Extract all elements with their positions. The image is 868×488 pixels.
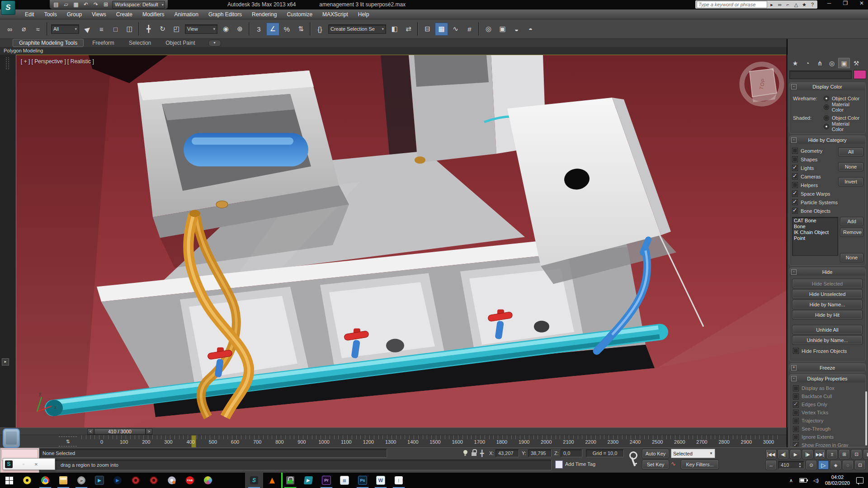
category-checkbox-helpers[interactable] <box>792 182 798 188</box>
file-explorer[interactable] <box>54 473 72 488</box>
play-selected-button[interactable]: ▷ <box>818 460 829 470</box>
isolate-selection-icon[interactable]: ⊞ <box>839 449 850 459</box>
hide-header[interactable]: - Hide <box>789 268 865 276</box>
hide-by-category-header[interactable]: - Hide by Category <box>789 136 865 144</box>
menu-customize[interactable]: Customize <box>282 9 317 19</box>
pan-view-icon[interactable]: ◈ <box>830 460 841 470</box>
download-manager[interactable] <box>281 473 299 488</box>
utilities-tab[interactable]: ⚒ <box>850 58 862 68</box>
ribbon-tab-object-paint[interactable]: Object Paint <box>160 39 201 47</box>
list-item[interactable]: Bone <box>794 224 836 230</box>
shaded-material-color-radio[interactable] <box>824 124 829 129</box>
orbit-view-icon[interactable]: ◌ <box>842 460 854 470</box>
word[interactable]: W <box>372 473 390 488</box>
select-and-rotate-icon[interactable]: ↻ <box>156 23 169 36</box>
go-to-start-button[interactable]: |◀◀ <box>765 449 777 459</box>
viewport-label[interactable]: [ + ] [ Perspective ] [ Realistic ] <box>21 58 94 65</box>
unlink-selection-icon[interactable]: ⌀ <box>17 23 30 36</box>
capture-app[interactable]: ▶ <box>299 473 317 488</box>
mini-curve-editor-button[interactable] <box>3 428 20 448</box>
collapse-icon[interactable]: - <box>791 376 797 381</box>
start-button[interactable] <box>0 473 18 488</box>
video-converter-app[interactable]: ▶ <box>90 473 108 488</box>
time-slider-value[interactable]: 410 / 3000 <box>94 428 146 435</box>
default-in-out-tangents-icon[interactable]: ∿ <box>671 460 676 467</box>
undo-icon[interactable]: ↶ <box>82 1 90 8</box>
named-selection-sets-dropdown[interactable]: Create Selection Se▾ <box>328 24 386 34</box>
expand-icon[interactable]: + <box>791 365 797 371</box>
shaded-object-color-radio[interactable] <box>824 115 829 121</box>
photoshop[interactable]: Ps <box>354 473 372 488</box>
coord-z-field[interactable]: 0,0 <box>561 449 582 457</box>
category-checkbox-cameras[interactable] <box>792 174 798 179</box>
align-icon[interactable]: ⇄ <box>402 23 415 36</box>
taskbar-clock[interactable]: 04:02 08/02/2020 <box>825 474 850 486</box>
bone-category-list[interactable]: CAT BoneBoneIK Chain ObjectPoint <box>792 217 838 256</box>
category-checkbox-shapes[interactable] <box>792 156 798 162</box>
maximize-viewport-toggle-icon[interactable]: ⊡ <box>854 460 866 470</box>
unhide-all-button[interactable]: Unhide All <box>792 325 863 334</box>
auto-key-button[interactable]: Auto Key <box>642 449 669 459</box>
snap-toggle-3d-icon[interactable]: 3 <box>252 23 265 36</box>
time-slider-grip[interactable]: < 410 / 3000 > <box>87 428 152 435</box>
previous-frame-button[interactable]: ◀| <box>778 449 789 459</box>
menu-tools[interactable]: Tools <box>39 9 62 19</box>
menu-maxscript[interactable]: MAXScript <box>317 9 353 19</box>
ribbon-tab-selection[interactable]: Selection <box>123 39 157 47</box>
key-mode-toggle-button[interactable]: ↔ <box>765 460 777 470</box>
perspective-viewport[interactable]: TOP x y [ + ] [ Perspective ] [ Realisti… <box>16 55 787 428</box>
workspace-dropdown[interactable]: Workspace: Default <box>112 1 165 9</box>
collapse-icon[interactable]: - <box>791 137 797 143</box>
time-configuration-icon[interactable]: ⊙ <box>806 460 817 470</box>
angle-snap-icon[interactable]: ∠ <box>266 23 279 36</box>
next-frame-button[interactable]: |▶ <box>802 449 813 459</box>
menu-create[interactable]: Create <box>111 9 137 19</box>
curve-editor-icon[interactable]: ∿ <box>449 23 462 36</box>
select-and-scale-icon[interactable]: ◰ <box>170 23 183 36</box>
list-item[interactable]: Point <box>794 235 836 241</box>
search-input[interactable] <box>697 1 767 8</box>
new-scene-icon[interactable]: ▤ <box>52 1 60 8</box>
vlc[interactable] <box>263 473 281 488</box>
burning-app-1[interactable] <box>127 473 145 488</box>
category-checkbox-geometry[interactable] <box>792 148 798 154</box>
coord-y-field[interactable]: 38,795 <box>528 449 552 457</box>
selection-set-dropdown[interactable]: Selected▼ <box>671 449 715 458</box>
object-name-field[interactable] <box>789 70 852 79</box>
select-and-move-icon[interactable]: ╋ <box>142 23 155 36</box>
media-ball-app[interactable] <box>199 473 217 488</box>
redo-icon[interactable]: ↷ <box>92 1 99 8</box>
menu-animation[interactable]: Animation <box>170 9 203 19</box>
notepad[interactable]: ▤ <box>335 473 354 488</box>
restore-mini-icon[interactable]: ▫ <box>23 461 24 467</box>
spinner-snap-icon[interactable]: ⇅ <box>294 23 307 36</box>
property-checkbox-ignore-extents[interactable] <box>793 434 799 440</box>
search-go-icon[interactable]: ▸ <box>768 2 775 8</box>
minimize-button[interactable]: ─ <box>825 0 834 6</box>
none-list-button[interactable]: None <box>840 253 863 262</box>
display-properties-header[interactable]: - Display Properties <box>789 375 865 382</box>
transform-type-in-icon[interactable]: ╋ <box>480 450 484 457</box>
modify-tab[interactable]: ◔ <box>802 58 813 68</box>
rectangular-selection-region-icon[interactable]: □ <box>109 23 122 36</box>
menu-graph-editors[interactable]: Graph Editors <box>203 9 247 19</box>
bind-to-space-warp-icon[interactable]: ≈ <box>31 23 44 36</box>
schematic-view-icon[interactable]: # <box>463 23 476 36</box>
display-color-header[interactable]: - Display Color <box>789 83 865 90</box>
wireframe-object-color-radio[interactable] <box>824 96 829 101</box>
ribbon-tab-freeform[interactable]: Freeform <box>86 39 120 47</box>
render-iterative-icon[interactable]: ◓ <box>524 23 537 36</box>
edit-named-selections-icon[interactable]: {} <box>313 23 326 36</box>
create-tab[interactable]: ★ <box>789 58 801 68</box>
use-pivot-point-icon[interactable]: ◉ <box>219 23 232 36</box>
hierarchy-tab[interactable]: ⋔ <box>814 58 826 68</box>
selection-filter-dropdown[interactable]: All▾ <box>51 24 79 34</box>
zoom-value-icon[interactable]: ± <box>826 449 838 459</box>
none-category-button[interactable]: None <box>838 162 863 171</box>
disc-burner-app[interactable] <box>18 473 36 488</box>
window-crossing-icon[interactable]: ◫ <box>123 23 136 36</box>
frame-number-field[interactable]: 410▲▼ <box>778 461 804 469</box>
property-checkbox-backface-cull[interactable] <box>793 394 799 399</box>
application-menu-button[interactable]: S <box>1 0 15 15</box>
zoom-extents-all-icon[interactable]: ▦ <box>863 449 868 459</box>
